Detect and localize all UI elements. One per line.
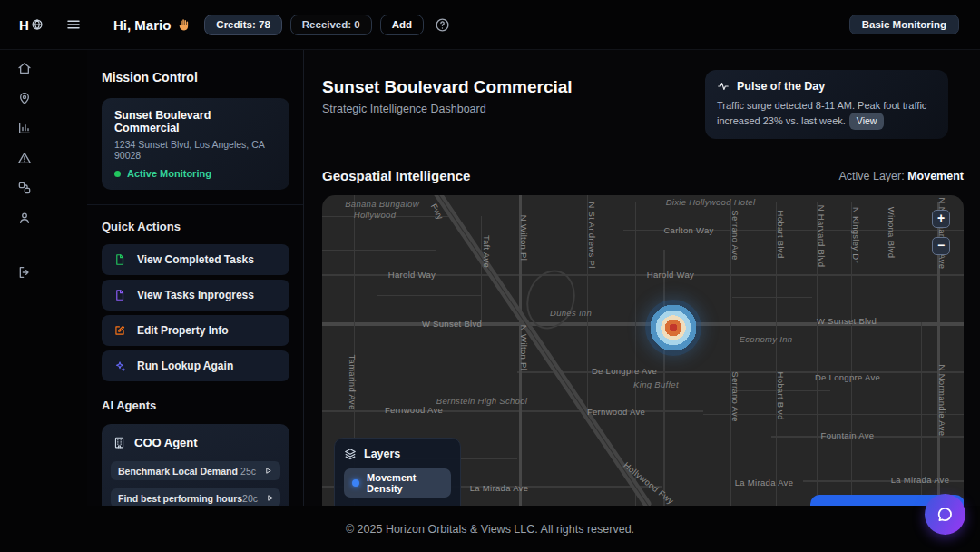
map-street-label: N Normandie Ave	[937, 365, 947, 437]
map-street-label: Serrano Ave	[730, 371, 740, 421]
analytics-icon[interactable]	[17, 121, 32, 135]
task-cost: 20c	[242, 493, 258, 504]
quick-action-view-completed-tasks[interactable]: View Completed Tasks	[102, 244, 289, 275]
map-road	[322, 410, 703, 412]
logout-icon[interactable]	[17, 265, 32, 280]
agent-task-find-best-performing-hours[interactable]: Find best performing hours20c	[111, 488, 280, 506]
chat-bubble-button[interactable]	[925, 494, 965, 535]
geospatial-map[interactable]: Banana BungalowHollywoodDixie Hollywood …	[322, 195, 964, 506]
map-street-label: La Mirada Ave	[891, 475, 949, 485]
map-road	[663, 250, 665, 506]
play-icon[interactable]	[265, 493, 275, 503]
locations-icon[interactable]	[17, 91, 32, 105]
map-poi-label: Hollywood	[354, 210, 397, 220]
status-dot	[114, 171, 121, 177]
map-street-label: Fernwood Ave	[385, 405, 443, 415]
map-street-label: Hobart Blvd	[776, 372, 786, 420]
map-street-label: N Harvard Blvd	[817, 205, 827, 268]
pulse-message: Traffic surge detected 8-11 AM. Peak foo…	[717, 98, 936, 130]
map-street-label: N Kingsley Dr	[851, 207, 861, 263]
home-icon[interactable]	[17, 61, 32, 75]
app-logo: H	[19, 17, 44, 33]
play-icon[interactable]	[263, 466, 273, 476]
footer: © 2025 Horizon Orbitals & Views LLC. All…	[0, 506, 980, 552]
activity-pulse-icon	[717, 80, 730, 93]
property-address: 1234 Sunset Blvd, Los Angeles, CA 90028	[114, 139, 277, 161]
property-name: Sunset Boulevard Commercial	[114, 109, 277, 134]
pulse-of-the-day-card: Pulse of the Day Traffic surge detected …	[705, 70, 948, 139]
active-layer-value: Movement	[907, 170, 964, 182]
sparkles-icon	[113, 360, 126, 372]
property-card[interactable]: Sunset Boulevard Commercial 1234 Sunset …	[102, 98, 289, 190]
pulse-view-button[interactable]: View	[849, 113, 885, 130]
integrations-icon[interactable]	[17, 181, 32, 195]
building-icon	[113, 436, 126, 449]
pulse-title: Pulse of the Day	[737, 80, 825, 93]
map-street-label: Carlton Way	[663, 225, 713, 235]
map-street-label: La Mirada Ave	[735, 478, 793, 488]
map-road	[322, 250, 436, 251]
map-poi-label: Dixie Hollywood Hotel	[666, 197, 756, 207]
chat-bubble-icon	[936, 505, 955, 524]
help-icon[interactable]	[435, 17, 450, 33]
map-street-label: La Mirada Ave	[470, 483, 528, 493]
alerts-icon[interactable]	[17, 151, 32, 165]
geospatial-title: Geospatial Intelligence	[322, 168, 838, 183]
map-road	[377, 295, 481, 296]
zoom-in-button[interactable]: +	[932, 210, 950, 228]
agent-name: COO Agent	[134, 436, 198, 449]
nav-rail	[0, 50, 87, 552]
plan-badge[interactable]: Basic Monitoring	[849, 15, 959, 34]
map-street-label: De Longpre Ave	[592, 366, 657, 376]
page-subtitle: Strategic Intelligence Dashboard	[322, 103, 486, 115]
map-zoom-controls: + −	[932, 210, 950, 255]
map-poi-label: Economy Inn	[740, 334, 793, 344]
map-poi-label: Dunes Inn	[550, 308, 592, 318]
map-road	[517, 371, 964, 373]
quick-action-run-lookup-again[interactable]: Run Lookup Again	[102, 350, 289, 381]
greeting-text: Hi, Mario	[113, 17, 171, 33]
map-poi-label: Banana Bungalow	[345, 199, 419, 209]
credits-badge[interactable]: Credits: 78	[204, 15, 281, 35]
task-cost: 25c	[240, 466, 256, 477]
greeting: Hi, Mario	[113, 17, 191, 33]
agent-card: COO Agent Benchmark Local Demand25cFind …	[102, 424, 289, 506]
profile-icon[interactable]	[17, 211, 32, 225]
map-street-label: Hobart Blvd	[776, 211, 786, 259]
topbar: H Hi, Mario Credits: 78 Received: 0 Add …	[0, 0, 980, 50]
active-layer-note: Active Layer: Movement	[838, 170, 964, 182]
layer-item-movement-density[interactable]: Movement Density	[344, 468, 451, 498]
map-road	[611, 202, 964, 202]
quick-actions-title: Quick Actions	[102, 220, 289, 233]
file-icon	[113, 253, 126, 266]
layers-title: Layers	[364, 448, 400, 460]
mission-control-title: Mission Control	[102, 70, 289, 84]
app-window: H Hi, Mario Credits: 78 Received: 0 Add …	[0, 0, 980, 552]
map-road	[703, 414, 964, 415]
zoom-out-button[interactable]: −	[932, 237, 950, 255]
quick-actions-list: View Completed TasksView Tasks Inprogres…	[102, 244, 289, 381]
quick-action-label: Edit Property Info	[137, 324, 229, 337]
quick-action-view-tasks-inprogress[interactable]: View Tasks Inprogress	[102, 280, 289, 310]
layer-label: Movement Density	[367, 472, 443, 494]
map-road	[481, 216, 482, 323]
wave-hand-icon	[177, 17, 191, 32]
hamburger-menu-icon[interactable]	[65, 16, 82, 33]
quick-action-edit-property-info[interactable]: Edit Property Info	[102, 315, 289, 346]
layers-icon	[344, 448, 357, 460]
movement-density-heatpoint	[645, 300, 701, 356]
map-street-label: W Sunset Blvd	[422, 319, 482, 329]
add-credits-button[interactable]: Add	[380, 15, 424, 35]
file-icon	[113, 289, 126, 301]
map-road	[635, 202, 636, 506]
received-badge[interactable]: Received: 0	[290, 15, 372, 35]
map-poi-label: Bernstein High School	[436, 396, 527, 406]
agent-task-list: Benchmark Local Demand25cFind best perfo…	[111, 461, 280, 506]
quick-action-label: Run Lookup Again	[137, 360, 233, 372]
layer-items: Movement DensityNearby Businesses	[344, 468, 451, 506]
map-street-label: Harold Way	[647, 270, 694, 280]
quick-action-label: View Completed Tasks	[137, 253, 254, 266]
quick-action-label: View Tasks Inprogress	[137, 289, 254, 301]
layers-panel: Layers Movement DensityNearby Businesses	[334, 438, 461, 506]
agent-task-benchmark-local-demand[interactable]: Benchmark Local Demand25c	[111, 461, 280, 480]
